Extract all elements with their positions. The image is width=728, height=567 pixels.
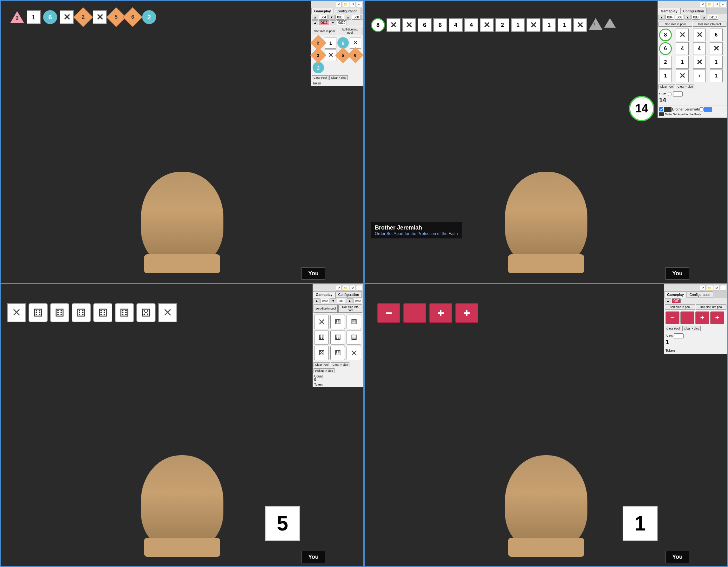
fudge-minus[interactable]: − <box>377 303 400 323</box>
die-btn-0d4-q2[interactable]: 0d4 <box>665 15 674 20</box>
fudge-plus2[interactable]: + <box>455 303 478 323</box>
ppd-x4[interactable]: ✕ <box>693 56 706 69</box>
die-btn-0d6-q1[interactable]: 0d6 <box>335 15 344 20</box>
share-btn-q3[interactable]: ↗ <box>336 285 341 291</box>
die-btn-0d6u3-q3[interactable]: 0d6↑ <box>354 299 362 303</box>
die-white-6b[interactable]: 6 <box>433 18 447 32</box>
sort-dice-btn-q1[interactable]: Sort dice in pool <box>312 27 337 35</box>
tab-configuration-q3[interactable]: Configuration <box>335 292 362 298</box>
die-d6-5[interactable]: ⚄ <box>136 303 156 322</box>
ppd-8[interactable]: 8 <box>659 29 672 41</box>
die-white-1c[interactable]: 1 <box>558 18 572 32</box>
q3pd-d6-4[interactable]: ⚅ <box>330 330 345 345</box>
share-btn-q4[interactable]: ↗ <box>700 285 705 291</box>
die-cross-q1-2[interactable]: ✕ <box>93 10 107 24</box>
ppd-x1[interactable]: ✕ <box>676 29 689 41</box>
pool-die-cyan-2[interactable]: 2 <box>313 62 324 73</box>
back-btn-q4[interactable]: ← <box>720 285 726 291</box>
die-d6-6d[interactable]: ⚅ <box>93 303 112 322</box>
die-cyan-2[interactable]: 2 <box>142 10 156 24</box>
clear-x-btn-q1[interactable]: Clear × dice <box>329 75 348 80</box>
die-d6-6c[interactable]: ⚅ <box>72 303 91 322</box>
die-white-4[interactable]: 4 <box>449 18 463 32</box>
q3pd-d6-6[interactable]: ⚄ <box>314 346 329 360</box>
die-d6-6b[interactable]: ⚅ <box>50 303 69 322</box>
die-white-2[interactable]: 2 <box>495 18 509 32</box>
clear-x-btn-q4[interactable]: Clear × dice <box>682 326 701 331</box>
die-white-1b[interactable]: 1 <box>542 18 556 32</box>
ppd-6g[interactable]: 6 <box>659 42 672 55</box>
clear-pool-btn-q4[interactable]: Clear Pool <box>665 326 681 331</box>
roll-dice-btn-q2[interactable]: Roll dice into pool <box>693 22 726 27</box>
pool-die-white-1[interactable]: 1 <box>325 37 336 49</box>
die-cyan-6[interactable]: 6 <box>43 10 57 24</box>
roll-dice-btn-q1[interactable]: Roll dice into pool <box>338 27 363 35</box>
ppd-1c[interactable]: 1 <box>659 69 672 82</box>
die-x-q2-1[interactable]: ✕ <box>387 18 400 32</box>
q4fp-minus[interactable]: − <box>665 312 679 324</box>
refresh-btn-q4[interactable]: ↺ <box>714 285 719 291</box>
die-green-8[interactable]: 8 <box>371 18 385 32</box>
refresh-btn-q3[interactable]: ↺ <box>350 285 355 291</box>
ppd-2[interactable]: 2 <box>659 56 672 69</box>
arr-up-0d6[interactable]: ▲ <box>345 15 351 20</box>
die-white-4b[interactable]: 4 <box>464 18 478 32</box>
die-x-q2-4[interactable]: ✕ <box>526 18 540 32</box>
tab-configuration-q2[interactable]: Configuration <box>680 8 707 14</box>
q4fp-blank[interactable] <box>680 312 694 324</box>
q4fp-plus1[interactable]: + <box>695 312 709 324</box>
arr-dn-0d4[interactable]: ▼ <box>328 15 335 20</box>
pool-die-orange-2b[interactable]: 2 <box>310 47 327 63</box>
roll-dice-btn-q4[interactable]: Roll dice into pool <box>696 305 726 310</box>
arr-dn-0d12[interactable]: ▼ <box>330 20 336 25</box>
refresh-btn-q2[interactable]: ↺ <box>714 2 719 7</box>
clear-pool-btn-q2[interactable]: Clear Pool <box>659 84 675 89</box>
q3pd-d6-7[interactable]: ⚅ <box>330 346 345 360</box>
folder-btn-q4[interactable]: 📁 <box>706 285 713 291</box>
fudge-plus1[interactable]: + <box>429 303 452 323</box>
pool-die-orange-6[interactable]: 6 <box>347 47 364 63</box>
sum-radio-q2[interactable] <box>668 92 672 96</box>
q3pd-x2[interactable]: ✕ <box>347 346 361 360</box>
die-cross-q1-1[interactable]: ✕ <box>60 10 74 24</box>
die-btn-0d8-q2[interactable]: 0d8 <box>692 15 700 20</box>
die-tri-1[interactable]: 1 <box>589 18 603 30</box>
die-btn-0d6u2-q3[interactable]: 0d6↑ <box>337 299 346 303</box>
die-white-1[interactable]: 1 <box>511 18 525 32</box>
ppd-x3[interactable]: ✕ <box>710 42 723 55</box>
ppd-1d[interactable]: 1 <box>693 69 706 82</box>
sort-dice-btn-q3[interactable]: Sort dice in pool <box>314 305 338 313</box>
q4fp-plus2[interactable]: + <box>710 312 724 324</box>
refresh-btn-q1[interactable]: ↺ <box>350 2 355 7</box>
sort-dice-btn-q4[interactable]: Sort dice in pool <box>665 305 695 310</box>
ppd-6[interactable]: 6 <box>710 29 723 41</box>
clear-x-btn-q3[interactable]: Clear × dice <box>331 362 349 367</box>
die-orange-2[interactable]: 2 <box>73 7 93 27</box>
die-x-q2-3[interactable]: ✕ <box>480 18 494 32</box>
share-btn-q2[interactable]: ↗ <box>700 2 705 7</box>
die-btn-0df-q4[interactable]: 0dF <box>672 299 681 303</box>
die-white-1[interactable]: 1 <box>27 10 41 24</box>
q3pd-d6-3[interactable]: ⚅ <box>314 330 329 345</box>
tab-configuration-q1[interactable]: Configuration <box>334 8 360 14</box>
tab-configuration-q4[interactable]: Configuration <box>687 292 713 298</box>
die-btn-0d8-q1[interactable]: 0d8 <box>352 15 361 20</box>
back-btn-q3[interactable]: ← <box>356 285 362 291</box>
arr-up-0d8[interactable]: ▲ <box>361 15 364 20</box>
ppd-1b[interactable]: 1 <box>710 56 723 69</box>
token-checkbox-q2[interactable] <box>659 107 663 111</box>
clear-x-btn-q2[interactable]: Clear × dice <box>676 84 694 89</box>
die-orange-6[interactable]: 6 <box>123 7 142 27</box>
die-d6-6e[interactable]: ⚅ <box>115 303 134 322</box>
die-x-lg-1[interactable]: ✕ <box>7 303 26 322</box>
sort-dice-btn-q2[interactable]: Sort dice in pool <box>659 22 692 27</box>
ppd-4b[interactable]: 4 <box>693 42 706 55</box>
tab-gameplay-q1[interactable]: Gameplay <box>311 8 334 14</box>
back-btn-q1[interactable]: ← <box>356 2 362 7</box>
arr-up-0d4[interactable]: ▲ <box>312 15 318 20</box>
clear-pool-btn-q3[interactable]: Clear Pool <box>314 362 330 367</box>
tab-gameplay-q2[interactable]: Gameplay <box>658 8 680 14</box>
die-btn-0d6-q2[interactable]: 0d6 <box>675 15 684 20</box>
sum-input-q2[interactable] <box>673 91 683 96</box>
ppd-x5[interactable]: ✕ <box>676 69 689 82</box>
